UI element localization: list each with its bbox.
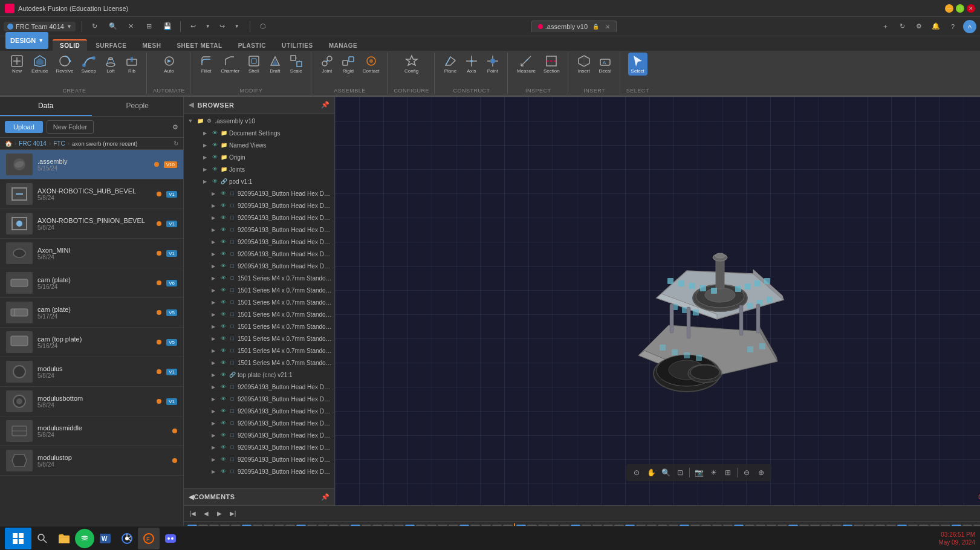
tree-item[interactable]: ▶ 👁 □ 92095A193_Button Head Hex Dri... bbox=[184, 224, 334, 236]
camera-btn[interactable]: 📷 bbox=[692, 466, 706, 479]
visibility-icon[interactable]: 👁 bbox=[210, 129, 219, 137]
visibility-icon[interactable]: 👁 bbox=[219, 383, 227, 391]
fillet-btn[interactable]: Fillet bbox=[196, 53, 216, 76]
tree-item[interactable]: ▶ 👁 □ 92095A193_Button Head Hex Dri... bbox=[184, 405, 334, 417]
breadcrumb-refresh-icon[interactable]: ↻ bbox=[174, 140, 178, 147]
draft-btn[interactable]: Draft bbox=[265, 53, 285, 76]
tree-expand-icon[interactable]: ▶ bbox=[209, 346, 218, 355]
tree-item[interactable]: ▶ 👁 □ 1501 Series M4 x 0.7mm Standoff... bbox=[184, 296, 334, 308]
refresh-button[interactable]: ↻ bbox=[88, 20, 102, 33]
point-btn[interactable]: Point bbox=[483, 53, 502, 76]
3d-print-button[interactable]: ⬡ bbox=[256, 20, 270, 33]
tree-item[interactable]: ▶ 👁 □ 92095A193_Button Head Hex Dri... bbox=[184, 429, 334, 441]
visibility-icon[interactable]: 👁 bbox=[219, 201, 227, 210]
extrude-btn[interactable]: Extrude bbox=[28, 53, 51, 76]
file-item[interactable]: modulustop 5/8/24 bbox=[0, 446, 183, 476]
settings-gear-button[interactable]: ⚙ bbox=[912, 20, 926, 33]
chrome-btn[interactable] bbox=[116, 528, 138, 549]
zoom-btn[interactable]: 🔍 bbox=[659, 466, 672, 479]
visibility-icon[interactable]: 👁 bbox=[219, 455, 227, 464]
tree-expand-icon[interactable]: ▶ bbox=[209, 298, 218, 306]
visibility-icon[interactable]: 👁 bbox=[219, 262, 227, 270]
tree-expand-icon[interactable]: ▶ bbox=[209, 455, 218, 464]
new-folder-button[interactable]: New Folder bbox=[47, 120, 94, 134]
tree-expand-icon[interactable]: ▶ bbox=[209, 407, 218, 415]
tree-expand-icon[interactable]: ▶ bbox=[209, 395, 218, 403]
account-button[interactable]: A bbox=[963, 20, 976, 33]
tree-expand-icon[interactable]: ▶ bbox=[209, 419, 218, 427]
visibility-icon[interactable]: 👁 bbox=[219, 346, 227, 355]
visibility-icon[interactable]: 👁 bbox=[210, 153, 219, 161]
tree-item[interactable]: ▶ 👁 □ 1501 Series M4 x 0.7mm Standoff... bbox=[184, 357, 334, 369]
discord-btn[interactable] bbox=[160, 528, 181, 549]
tree-item[interactable]: ▶ 👁 □ 1501 Series M4 x 0.7mm Standoff... bbox=[184, 320, 334, 332]
search-button[interactable]: 🔍 bbox=[106, 20, 120, 33]
loft-btn[interactable]: Loft bbox=[101, 53, 120, 76]
refresh-view-button[interactable]: ↻ bbox=[895, 20, 909, 33]
tab-data[interactable]: Data bbox=[0, 97, 92, 116]
design-dropdown[interactable]: DESIGN ▼ bbox=[2, 30, 51, 51]
design-button[interactable]: DESIGN ▼ bbox=[5, 32, 48, 49]
tree-item[interactable]: ▶ 👁 □ 92095A193_Button Head Hex Dri... bbox=[184, 453, 334, 465]
visibility-icon[interactable]: 👁 bbox=[219, 370, 227, 379]
scale-btn[interactable]: Scale bbox=[287, 53, 306, 76]
revolve-btn[interactable]: Revolve bbox=[53, 53, 77, 76]
visibility-icon[interactable]: 👁 bbox=[210, 177, 219, 186]
display-btn[interactable]: ☀ bbox=[707, 466, 720, 479]
minimize-button[interactable]: ─ bbox=[945, 4, 953, 13]
visibility-icon[interactable]: 👁 bbox=[219, 238, 227, 246]
visibility-icon[interactable]: 👁 bbox=[219, 189, 227, 198]
tab-manage[interactable]: MANAGE bbox=[322, 40, 365, 51]
breadcrumb-ftc[interactable]: FTC bbox=[53, 140, 65, 147]
tab-utilities[interactable]: UTILITIES bbox=[274, 40, 320, 51]
chamfer-btn[interactable]: Chamfer bbox=[218, 53, 242, 76]
tab-people[interactable]: People bbox=[92, 97, 184, 116]
tree-expand-icon[interactable]: ▶ bbox=[201, 129, 209, 137]
visibility-icon[interactable]: 👁 bbox=[219, 358, 227, 367]
tl-prev-btn[interactable]: |◀ bbox=[187, 508, 198, 519]
tl-fwd-btn[interactable]: ▶| bbox=[227, 508, 238, 519]
file-item[interactable]: AXON-ROBOTICS_HUB_BEVEL 5/8/24 V1 bbox=[0, 180, 183, 209]
tree-expand-icon[interactable]: ▶ bbox=[209, 334, 218, 343]
browser-root-item[interactable]: ▼ 📁 ⚙ .assembly v10 bbox=[184, 115, 334, 127]
file-item[interactable]: Axon_MINI 5/8/24 V1 bbox=[0, 239, 183, 268]
tree-expand-icon[interactable]: ▶ bbox=[209, 286, 218, 294]
sweep-btn[interactable]: Sweep bbox=[78, 53, 99, 76]
automate-btn[interactable]: Auto bbox=[160, 53, 179, 76]
file-item[interactable]: cam (plate) 5/16/24 V6 bbox=[0, 268, 183, 298]
redo-button[interactable]: ↪ bbox=[216, 20, 229, 33]
tree-item[interactable]: ▶ 👁 🔗 top plate (cnc) v21:1 bbox=[184, 369, 334, 381]
visibility-icon[interactable]: 👁 bbox=[219, 298, 227, 306]
visibility-icon[interactable]: 👁 bbox=[210, 165, 219, 173]
contact-btn[interactable]: Contact bbox=[360, 53, 383, 76]
tab-sheet-metal[interactable]: SHEET METAL bbox=[169, 40, 229, 51]
assembly-tab[interactable]: .assembly v10 🔒 ✕ bbox=[531, 21, 617, 32]
cancel-button[interactable]: ✕ bbox=[125, 20, 138, 33]
tree-expand-icon[interactable]: ▶ bbox=[209, 322, 218, 331]
tree-item[interactable]: ▶ 👁 📁 Origin bbox=[184, 151, 334, 163]
tree-item[interactable]: ▶ 👁 □ 92095A193_Button Head Hex Dri... bbox=[184, 465, 334, 477]
insert-mesh-btn[interactable]: Insert bbox=[574, 53, 594, 76]
tree-item[interactable]: ▶ 👁 □ 92095A193_Button Head Hex Dri... bbox=[184, 199, 334, 212]
visibility-icon[interactable]: 👁 bbox=[219, 213, 227, 222]
joint-btn[interactable]: Joint bbox=[317, 53, 337, 76]
notification-button[interactable]: 🔔 bbox=[929, 20, 943, 33]
assembly-tab-close[interactable]: ✕ bbox=[605, 24, 610, 30]
tree-item[interactable]: ▶ 👁 □ 92095A193_Button Head Hex Dri... bbox=[184, 248, 334, 260]
tree-item[interactable]: ▶ 👁 □ 1501 Series M4 x 0.7mm Standoff... bbox=[184, 345, 334, 357]
tree-expand-icon[interactable]: ▶ bbox=[209, 370, 218, 379]
tree-expand-icon[interactable]: ▶ bbox=[209, 238, 218, 246]
file-item[interactable]: cam (plate) 5/17/24 V5 bbox=[0, 298, 183, 328]
explode-btn[interactable]: ⊕ bbox=[754, 466, 768, 479]
tree-item[interactable]: ▶ 👁 □ 1501 Series M4 x 0.7mm Standoff... bbox=[184, 332, 334, 345]
tree-item[interactable]: ▶ 👁 □ 92095A193_Button Head Hex Dri... bbox=[184, 260, 334, 272]
visibility-icon[interactable]: 👁 bbox=[219, 431, 227, 439]
visibility-icon[interactable]: 👁 bbox=[219, 467, 227, 476]
plane-btn[interactable]: Plane bbox=[441, 53, 460, 76]
tree-expand-icon[interactable]: ▶ bbox=[209, 262, 218, 270]
tree-expand-icon[interactable]: ▶ bbox=[209, 467, 218, 476]
tree-item[interactable]: ▶ 👁 □ 92095A193_Button Head Hex Dri... bbox=[184, 393, 334, 405]
visibility-icon[interactable]: 👁 bbox=[219, 395, 227, 403]
tree-expand-icon[interactable]: ▶ bbox=[209, 225, 218, 234]
tree-expand-icon[interactable]: ▶ bbox=[209, 189, 218, 198]
